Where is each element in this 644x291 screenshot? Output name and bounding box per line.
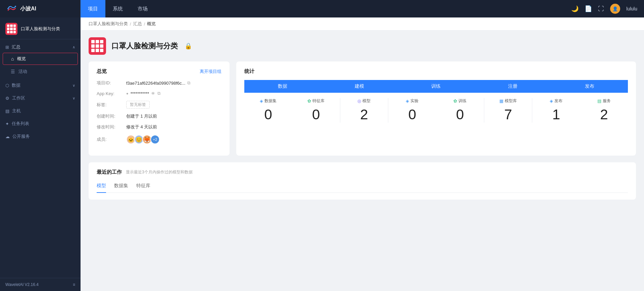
recent-tab-model[interactable]: 模型: [97, 181, 106, 193]
modellib-value: 7: [504, 107, 512, 123]
nav-item-market[interactable]: 市场: [130, 0, 155, 17]
release-label: ◈ 发布: [550, 98, 562, 104]
stats-tab-train[interactable]: 训练: [398, 80, 475, 93]
theme-toggle-icon[interactable]: 🌙: [571, 5, 579, 12]
data-icon: ⬡: [5, 83, 9, 88]
appkey-label: App Key:: [97, 91, 123, 96]
recent-tab-dataset[interactable]: 数据集: [114, 181, 128, 193]
host-icon: ▤: [5, 109, 9, 114]
overview-card: 总览 离开项目组 项目ID: f3ae71af62264fa0990798f6c…: [89, 61, 230, 156]
stats-tab-publish[interactable]: 发布: [551, 80, 628, 93]
summary-label: 汇总: [12, 44, 20, 50]
menu-icon[interactable]: ≡: [73, 282, 75, 287]
project-id-label: 项目ID:: [97, 80, 123, 86]
stats-tab-register[interactable]: 注册: [475, 80, 551, 93]
project-header-icon: [89, 37, 106, 55]
tag-value: 暂无标签: [126, 101, 150, 109]
nav-item-project[interactable]: 项目: [81, 0, 105, 17]
recent-work: 最近的工作 显示最近3个月内操作过的模型和数据 模型 数据集 特征库: [89, 162, 636, 200]
sidebar-item-activity[interactable]: ☰ 活动: [0, 66, 81, 78]
tag-label: 标签:: [97, 102, 123, 108]
copy-id-icon[interactable]: ⧉: [187, 80, 190, 86]
stats-card: 统计 数据 建模 训练 注册 发布: [236, 61, 636, 156]
service-label: ▤ 服务: [597, 98, 611, 104]
public-service-label: 公开服务: [12, 133, 30, 139]
sidebar-section-summary: ⊞ 汇总 ∧ ⌂ 概览 ☰ 活动: [0, 39, 81, 79]
username[interactable]: lululu: [626, 6, 637, 11]
sidebar-project-name: 口罩人脸检测与分类: [21, 26, 75, 32]
member-avatars: 🐱 😊 🦊 +2: [126, 135, 160, 144]
project-id-value: f3ae71af62264fa0990798f6c... ⧉: [126, 80, 190, 86]
recent-tab-feature[interactable]: 特征库: [136, 181, 150, 193]
workspace-label: 工作区: [12, 95, 25, 101]
sidebar-group-data[interactable]: ⬡ 数据 ∨: [0, 79, 81, 92]
main-layout: 口罩人脸检测与分类 ⊞ 汇总 ∧ ⌂ 概览 ☰ 活动 ⬡: [0, 17, 644, 291]
breadcrumb-sep1: /: [130, 22, 131, 27]
branch-icon: ✿: [307, 98, 311, 103]
sidebar-group-public-service[interactable]: ☁ 公开服务: [0, 130, 81, 143]
modify-time-value: 修改于 4 天以前: [126, 124, 157, 130]
workspace-icon: ⚙: [5, 96, 9, 101]
copy-appkey-icon[interactable]: ⧉: [157, 91, 160, 96]
nav-right: 🌙 📄 ⛶ 👤 lululu: [571, 4, 644, 14]
fullscreen-icon[interactable]: ⛶: [598, 5, 604, 12]
stats-tab-data[interactable]: 数据: [244, 80, 321, 93]
service-icon: ▤: [597, 98, 601, 103]
svg-point-0: [7, 8, 9, 9]
sidebar-project: 口罩人脸检测与分类: [0, 17, 81, 39]
modellib-label: ▦ 模型库: [499, 98, 517, 104]
appkey-value: ● *********** 👁 ⧉: [126, 91, 160, 96]
project-title: 口罩人脸检测与分类: [111, 41, 178, 51]
chevron-up-icon: ∧: [72, 45, 75, 49]
user-avatar[interactable]: 👤: [610, 4, 620, 14]
summary-icon: ⊞: [5, 45, 9, 50]
svg-point-1: [15, 6, 16, 7]
sidebar-footer: WaveletAI V2.16.4 ≡: [0, 278, 81, 291]
member-label: 成员:: [97, 136, 123, 142]
overview-card-title: 总览: [97, 68, 107, 75]
add-tag-button[interactable]: 暂无标签: [126, 101, 150, 109]
host-label: 主机: [12, 108, 21, 114]
stats-service-col: ▤ 服务 2: [580, 98, 628, 123]
appkey-row: App Key: ● *********** 👁 ⧉: [97, 91, 221, 96]
nav-item-system[interactable]: 系统: [105, 0, 130, 17]
stats-model-col: ◎ 模型 2: [340, 98, 388, 123]
chevron-down-icon: ∨: [72, 83, 75, 88]
cube-icon: ◈: [260, 98, 263, 103]
sidebar-item-overview[interactable]: ⌂ 概览: [3, 53, 78, 65]
tag-row: 标签: 暂无标签: [97, 101, 221, 109]
lock-icon: 🔒: [185, 42, 192, 50]
release-value: 1: [552, 107, 560, 123]
breadcrumb-summary[interactable]: 汇总: [133, 21, 142, 27]
content-area: 口罩人脸检测与分类 / 汇总 / 概览 口罩人脸检测与分类 🔒: [81, 17, 644, 291]
stats-modellib-col: ▦ 模型库 7: [484, 98, 532, 123]
dataset-label: ◈ 数据集: [260, 98, 277, 104]
leave-group-button[interactable]: 离开项目组: [200, 69, 221, 75]
model-label: ◎ 模型: [357, 98, 370, 104]
overview-label: 概览: [17, 56, 26, 62]
model-icon: ◎: [357, 98, 361, 103]
project-id-row: 项目ID: f3ae71af62264fa0990798f6c... ⧉: [97, 80, 221, 86]
sidebar-group-host[interactable]: ▤ 主机: [0, 105, 81, 117]
stats-tabs: 数据 建模 训练 注册 发布: [244, 80, 628, 93]
model-value: 2: [360, 107, 368, 123]
service-value: 2: [600, 107, 608, 123]
training-label: ✿ 训练: [453, 98, 466, 104]
project-header: 口罩人脸检测与分类 🔒: [89, 37, 636, 55]
modellib-icon: ▦: [499, 98, 503, 103]
recent-work-header: 最近的工作 显示最近3个月内操作过的模型和数据: [97, 169, 628, 175]
page-content: 口罩人脸检测与分类 🔒 总览 离开项目组 项目ID: f3ae71af62264…: [81, 31, 644, 291]
eye-icon[interactable]: 👁: [151, 91, 155, 96]
stats-tab-modeling[interactable]: 建模: [321, 80, 398, 93]
sidebar-group-tasks[interactable]: ✦ 任务列表: [0, 117, 81, 130]
document-icon[interactable]: 📄: [585, 5, 592, 12]
feature-value: 0: [312, 107, 320, 123]
sidebar-group-workspace[interactable]: ⚙ 工作区 ∨: [0, 92, 81, 105]
sidebar-group-summary[interactable]: ⊞ 汇总 ∧: [0, 41, 81, 52]
stats-train-col: ◈ 实验 0 ✿ 训练 0: [388, 98, 484, 123]
logo-text: 小波AI: [20, 5, 36, 12]
member-more-button[interactable]: +2: [150, 135, 160, 144]
stats-experiment-col: ◈ 实验 0: [388, 98, 436, 123]
sidebar-project-icon: [5, 23, 17, 35]
breadcrumb-project[interactable]: 口罩人脸检测与分类: [89, 21, 128, 27]
